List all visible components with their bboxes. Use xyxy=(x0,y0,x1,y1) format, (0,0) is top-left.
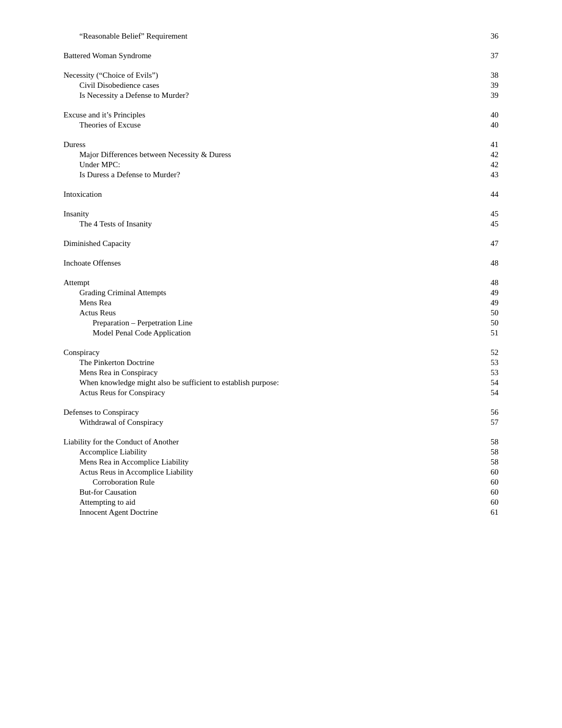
entry-page-necessity-defense-murder: 39 xyxy=(477,91,498,100)
entry-text-civil-disobedience: Civil Disobedience cases xyxy=(79,81,477,90)
toc-entry-actus-reus: Actus Reus50 xyxy=(64,308,498,317)
toc-entry-mens-rea-attempt: Mens Rea49 xyxy=(64,298,498,307)
toc-entry-actus-reus-accomplice: Actus Reus in Accomplice Liability60 xyxy=(64,468,498,477)
entry-page-actus-reus: 50 xyxy=(477,308,498,317)
toc-entry-duress: Duress41 xyxy=(64,140,498,149)
entry-page-duress: 41 xyxy=(477,140,498,149)
toc-entry-preparation-perpetration: Preparation – Perpetration Line50 xyxy=(64,319,498,327)
entry-text-duress-defense-murder: Is Duress a Defense to Murder? xyxy=(79,170,477,179)
entry-text-insanity: Insanity xyxy=(64,210,477,219)
entry-page-theories-excuse: 40 xyxy=(477,121,498,130)
entry-page-when-knowledge: 54 xyxy=(477,378,498,387)
entry-text-major-differences: Major Differences between Necessity & Du… xyxy=(79,150,477,159)
toc-entry-battered-woman: Battered Woman Syndrome37 xyxy=(64,51,498,60)
toc-entry-withdrawal-conspiracy: Withdrawal of Conspiracy57 xyxy=(64,418,498,427)
toc-entry-accomplice-liability: Accomplice Liability58 xyxy=(64,448,498,457)
entry-page-grading-criminal-attempts: 49 xyxy=(477,288,498,297)
entry-page-corroboration-rule: 60 xyxy=(477,478,498,487)
entry-text-mens-rea-attempt: Mens Rea xyxy=(79,298,477,307)
entry-text-under-mpc: Under MPC: xyxy=(79,160,477,169)
entry-text-withdrawal-conspiracy: Withdrawal of Conspiracy xyxy=(79,418,477,427)
toc-entry-actus-reus-conspiracy: Actus Reus for Conspiracy54 xyxy=(64,388,498,397)
entry-page-defenses-conspiracy: 56 xyxy=(477,408,498,417)
entry-page-mens-rea-accomplice: 58 xyxy=(477,458,498,467)
entry-page-insanity: 45 xyxy=(477,210,498,219)
entry-text-mens-rea-conspiracy: Mens Rea in Conspiracy xyxy=(79,368,477,377)
entry-text-attempt: Attempt xyxy=(64,278,477,287)
entry-text-model-penal-code: Model Penal Code Application xyxy=(93,329,477,338)
toc-entry-when-knowledge: When knowledge might also be sufficient … xyxy=(64,378,498,387)
toc-entry-model-penal-code: Model Penal Code Application51 xyxy=(64,329,498,338)
entry-page-but-for-causation: 60 xyxy=(477,488,498,497)
entry-text-defenses-conspiracy: Defenses to Conspiracy xyxy=(64,408,477,417)
entry-page-attempt: 48 xyxy=(477,278,498,287)
entry-page-model-penal-code: 51 xyxy=(477,329,498,338)
toc-entry-mens-rea-conspiracy: Mens Rea in Conspiracy53 xyxy=(64,368,498,377)
entry-page-civil-disobedience: 39 xyxy=(477,81,498,90)
toc-container: “Reasonable Belief” Requirement36Battere… xyxy=(64,32,498,517)
entry-text-pinkerton-doctrine: The Pinkerton Doctrine xyxy=(79,358,477,367)
entry-text-inchoate-offenses: Inchoate Offenses xyxy=(64,259,477,268)
entry-page-attempting-to-aid: 60 xyxy=(477,498,498,507)
entry-text-liability-conduct-another: Liability for the Conduct of Another xyxy=(64,438,477,447)
entry-page-battered-woman: 37 xyxy=(477,51,498,60)
toc-entry-diminished-capacity: Diminished Capacity47 xyxy=(64,239,498,248)
toc-entry-major-differences: Major Differences between Necessity & Du… xyxy=(64,150,498,159)
entry-text-actus-reus-accomplice: Actus Reus in Accomplice Liability xyxy=(79,468,477,477)
toc-entry-civil-disobedience: Civil Disobedience cases39 xyxy=(64,81,498,90)
entry-text-excuse-principles: Excuse and it’s Principles xyxy=(64,111,477,120)
entry-text-battered-woman: Battered Woman Syndrome xyxy=(64,51,477,60)
toc-entry-conspiracy: Conspiracy52 xyxy=(64,348,498,357)
entry-page-excuse-principles: 40 xyxy=(477,111,498,120)
entry-text-corroboration-rule: Corroboration Rule xyxy=(93,478,477,487)
toc-entry-duress-defense-murder: Is Duress a Defense to Murder?43 xyxy=(64,170,498,179)
toc-entry-theories-excuse: Theories of Excuse40 xyxy=(64,121,498,130)
toc-entry-attempting-to-aid: Attempting to aid60 xyxy=(64,498,498,507)
entry-page-reasonable-belief: 36 xyxy=(477,32,498,41)
toc-entry-intoxication: Intoxication44 xyxy=(64,190,498,199)
entry-text-mens-rea-accomplice: Mens Rea in Accomplice Liability xyxy=(79,458,477,467)
entry-text-necessity: Necessity (“Choice of Evils”) xyxy=(64,71,477,80)
entry-page-innocent-agent-doctrine: 61 xyxy=(477,508,498,517)
entry-text-theories-excuse: Theories of Excuse xyxy=(79,121,477,130)
entry-text-when-knowledge: When knowledge might also be sufficient … xyxy=(79,378,477,387)
entry-page-under-mpc: 42 xyxy=(477,160,498,169)
entry-page-conspiracy: 52 xyxy=(477,348,498,357)
entry-text-intoxication: Intoxication xyxy=(64,190,477,199)
toc-entry-four-tests-insanity: The 4 Tests of Insanity45 xyxy=(64,220,498,229)
entry-page-pinkerton-doctrine: 53 xyxy=(477,358,498,367)
entry-page-major-differences: 42 xyxy=(477,150,498,159)
entry-text-duress: Duress xyxy=(64,140,477,149)
toc-entry-necessity-defense-murder: Is Necessity a Defense to Murder?39 xyxy=(64,91,498,100)
toc-entry-corroboration-rule: Corroboration Rule60 xyxy=(64,478,498,487)
entry-page-intoxication: 44 xyxy=(477,190,498,199)
entry-text-conspiracy: Conspiracy xyxy=(64,348,477,357)
toc-entry-necessity: Necessity (“Choice of Evils”)38 xyxy=(64,71,498,80)
page: “Reasonable Belief” Requirement36Battere… xyxy=(0,0,562,728)
entry-text-grading-criminal-attempts: Grading Criminal Attempts xyxy=(79,288,477,297)
toc-entry-reasonable-belief: “Reasonable Belief” Requirement36 xyxy=(64,32,498,41)
entry-page-actus-reus-accomplice: 60 xyxy=(477,468,498,477)
entry-page-liability-conduct-another: 58 xyxy=(477,438,498,447)
entry-page-withdrawal-conspiracy: 57 xyxy=(477,418,498,427)
toc-entry-innocent-agent-doctrine: Innocent Agent Doctrine61 xyxy=(64,508,498,517)
toc-entry-pinkerton-doctrine: The Pinkerton Doctrine53 xyxy=(64,358,498,367)
entry-page-actus-reus-conspiracy: 54 xyxy=(477,388,498,397)
entry-text-attempting-to-aid: Attempting to aid xyxy=(79,498,477,507)
entry-page-mens-rea-attempt: 49 xyxy=(477,298,498,307)
entry-page-accomplice-liability: 58 xyxy=(477,448,498,457)
entry-page-inchoate-offenses: 48 xyxy=(477,259,498,268)
toc-entry-mens-rea-accomplice: Mens Rea in Accomplice Liability58 xyxy=(64,458,498,467)
toc-entry-but-for-causation: But-for Causation60 xyxy=(64,488,498,497)
entry-text-innocent-agent-doctrine: Innocent Agent Doctrine xyxy=(79,508,477,517)
toc-entry-defenses-conspiracy: Defenses to Conspiracy56 xyxy=(64,408,498,417)
toc-entry-liability-conduct-another: Liability for the Conduct of Another58 xyxy=(64,438,498,447)
entry-text-but-for-causation: But-for Causation xyxy=(79,488,477,497)
entry-page-duress-defense-murder: 43 xyxy=(477,170,498,179)
entry-text-actus-reus: Actus Reus xyxy=(79,308,477,317)
entry-text-diminished-capacity: Diminished Capacity xyxy=(64,239,477,248)
toc-entry-inchoate-offenses: Inchoate Offenses48 xyxy=(64,259,498,268)
entry-page-diminished-capacity: 47 xyxy=(477,239,498,248)
entry-text-four-tests-insanity: The 4 Tests of Insanity xyxy=(79,220,477,229)
entry-page-four-tests-insanity: 45 xyxy=(477,220,498,229)
